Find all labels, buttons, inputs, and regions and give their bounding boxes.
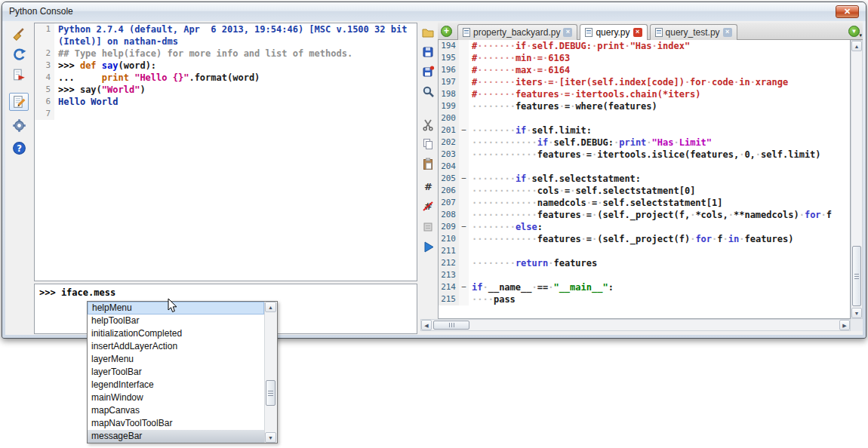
autocomplete-item[interactable]: messageBar	[88, 430, 264, 443]
copy-icon[interactable]	[421, 137, 437, 153]
save-icon[interactable]	[421, 45, 437, 61]
code-line[interactable]: if·__name__·==·"__main__":	[469, 281, 850, 293]
object-inspector-icon[interactable]	[421, 220, 437, 236]
scroll-right-icon[interactable]: ▶	[839, 320, 850, 330]
editor-line[interactable]: 202············if·self.DEBUG:·print·"Has…	[439, 137, 850, 149]
show-editor-icon[interactable]	[9, 93, 29, 111]
autocomplete-item[interactable]: mapNavToolToolBar	[88, 417, 264, 430]
run-script-icon[interactable]	[421, 240, 437, 256]
editor-line[interactable]: 215····pass	[439, 293, 850, 305]
code-line[interactable]	[469, 245, 850, 257]
editor-line[interactable]: 207············namedcols·=·self.selectst…	[439, 197, 850, 209]
fold-marker-icon[interactable]: −	[459, 173, 469, 185]
popup-scroll-thumb[interactable]	[266, 380, 275, 406]
editor-line[interactable]: 206············cols·=·self.selectstatmen…	[439, 185, 850, 197]
close-button[interactable]: ✕	[836, 5, 859, 18]
code-line[interactable]: ········if·self.limit:	[469, 124, 850, 137]
tab-property_backyard-py[interactable]: property_backyard.py×	[457, 24, 577, 40]
popup-scroll-up-icon[interactable]: ▲	[265, 302, 276, 312]
code-line[interactable]: ············features·=·(self._project(f)…	[469, 233, 850, 245]
scroll-down-icon[interactable]: ▼	[851, 308, 862, 318]
editor-options-button[interactable]: ▼	[848, 26, 860, 37]
editor-line[interactable]: 194#·······if·self.DEBUG:·print·"Has·ind…	[439, 40, 850, 52]
save-as-icon[interactable]	[421, 65, 437, 81]
open-file-icon[interactable]	[421, 26, 437, 41]
comment-icon[interactable]: #	[421, 180, 437, 195]
editor-line[interactable]: 199········features·=·where(features)	[439, 100, 850, 112]
code-line[interactable]: ········else:	[469, 221, 850, 233]
autocomplete-item[interactable]: layerToolBar	[88, 366, 264, 379]
tab-close-icon[interactable]: ×	[723, 28, 732, 37]
new-tab-button[interactable]: +	[441, 26, 452, 37]
editor-line[interactable]: 213	[439, 269, 850, 281]
editor-line[interactable]: 211	[439, 245, 850, 257]
code-line[interactable]: #·······max·=·6164	[469, 64, 850, 76]
horizontal-scroll-thumb[interactable]	[433, 321, 469, 330]
code-line[interactable]: #·······iters·=·[iter(self.index[code])·…	[469, 76, 850, 88]
editor-line[interactable]: 214−if·__name__·==·"__main__":	[439, 281, 850, 293]
editor-vertical-scrollbar[interactable]: ▲ ▼	[851, 40, 863, 319]
editor-line[interactable]: 198#·······features·=·itertools.chain(*i…	[439, 88, 850, 100]
fold-marker-icon[interactable]: −	[459, 221, 469, 233]
code-line[interactable]: ············namedcols·=·self.selectstatm…	[469, 197, 850, 209]
uncomment-icon[interactable]: #	[421, 199, 437, 215]
code-line[interactable]	[469, 112, 850, 124]
code-line[interactable]: ············features·=·itertools.islice(…	[469, 149, 850, 161]
code-line[interactable]: ····pass	[469, 293, 850, 305]
import-class-icon[interactable]	[9, 45, 29, 63]
tab-query-py[interactable]: query.py×	[580, 24, 647, 40]
editor-line[interactable]: 204	[439, 161, 850, 173]
help-icon[interactable]: ?	[9, 139, 29, 157]
console-input-line[interactable]: >>> iface.mess	[35, 284, 417, 298]
code-line[interactable]: ········return·features	[469, 257, 850, 269]
code-line[interactable]: ············cols·=·self.selectstatment[0…	[469, 185, 850, 197]
paste-icon[interactable]	[421, 157, 437, 173]
tab-query_test-py[interactable]: query_test.py×	[650, 24, 737, 40]
autocomplete-item[interactable]: insertAddLayerAction	[88, 340, 264, 353]
code-line[interactable]	[469, 269, 850, 281]
settings-icon[interactable]	[9, 116, 29, 134]
cut-icon[interactable]	[421, 118, 437, 133]
tab-close-icon[interactable]: ×	[633, 28, 642, 37]
scroll-left-icon[interactable]: ◀	[421, 320, 432, 330]
editor-line[interactable]: 197#·······iters·=·[iter(self.index[code…	[439, 76, 850, 88]
svg-text:#: #	[424, 181, 432, 192]
code-line[interactable]: #·······if·self.DEBUG:·print·"Has·index"	[469, 40, 850, 52]
clear-console-icon[interactable]	[9, 25, 29, 43]
editor-line[interactable]: 195#·······min·=·6163	[439, 52, 850, 64]
run-command-icon[interactable]	[9, 66, 29, 84]
editor-line[interactable]: 212········return·features	[439, 257, 850, 269]
titlebar[interactable]: Python Console ✕	[2, 2, 866, 21]
fold-marker-icon[interactable]: −	[459, 124, 469, 137]
code-line[interactable]: #·······min·=·6163	[469, 52, 850, 64]
editor-line[interactable]: 210············features·=·(self._project…	[439, 233, 850, 245]
code-line[interactable]: #·······features·=·itertools.chain(*iter…	[469, 88, 850, 100]
code-area[interactable]: 194#·······if·self.DEBUG:·print·"Has·ind…	[438, 40, 851, 319]
editor-line[interactable]: 203············features·=·itertools.isli…	[439, 149, 850, 161]
fold-marker-icon[interactable]: −	[459, 281, 469, 293]
editor-line[interactable]: 201−········if·self.limit:	[439, 124, 850, 137]
popup-scrollbar[interactable]: ▲ ▼	[264, 302, 277, 443]
code-line[interactable]	[469, 161, 850, 173]
vertical-scroll-thumb[interactable]	[852, 246, 861, 306]
code-line[interactable]: ············features·=·(self._project(f,…	[469, 209, 850, 221]
scroll-up-icon[interactable]: ▲	[851, 41, 862, 51]
code-line[interactable]: ········if·self.selectstatment:	[469, 173, 850, 185]
autocomplete-item[interactable]: layerMenu	[88, 353, 264, 366]
autocomplete-item[interactable]: mapCanvas	[88, 404, 264, 417]
autocomplete-item[interactable]: legendInterface	[88, 379, 264, 391]
find-text-icon[interactable]	[421, 84, 437, 100]
code-line[interactable]: ········features·=·where(features)	[469, 100, 850, 112]
editor-line[interactable]: 196#·······max·=·6164	[439, 64, 850, 76]
autocomplete-item[interactable]: mainWindow	[88, 391, 264, 404]
editor-line[interactable]: 209−········else:	[439, 221, 850, 233]
editor-horizontal-scrollbar[interactable]: ◀ ▶	[420, 319, 851, 331]
autocomplete-item[interactable]: initializationCompleted	[88, 327, 264, 340]
editor-line[interactable]: 205−········if·self.selectstatment:	[439, 173, 850, 185]
console-line-number: 7	[35, 108, 54, 120]
code-line[interactable]: ············if·self.DEBUG:·print·"Has·Li…	[469, 137, 850, 149]
popup-scroll-down-icon[interactable]: ▼	[265, 432, 276, 443]
editor-line[interactable]: 200	[439, 112, 850, 124]
tab-close-icon[interactable]: ×	[563, 28, 572, 37]
editor-line[interactable]: 208············features·=·(self._project…	[439, 209, 850, 221]
